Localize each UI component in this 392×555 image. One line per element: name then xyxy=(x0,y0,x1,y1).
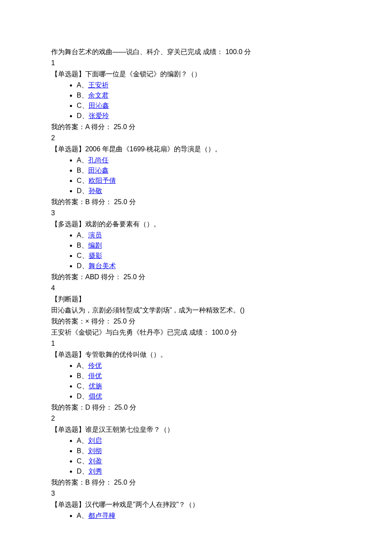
option-item: C、刘盈 xyxy=(77,456,341,466)
option-item: C、优旃 xyxy=(77,381,341,391)
points-label: 得分： xyxy=(101,273,121,280)
option-letter: A、 xyxy=(77,231,88,239)
answer-line: 我的答案：D 得分： 25.0 分 xyxy=(51,402,341,413)
option-letter: D、 xyxy=(77,112,89,119)
section-header: 王安祈《金锁记》与白先勇《牡丹亭》已完成 成绩： 100.0 分 xyxy=(51,327,341,338)
my-answer-value: ABD xyxy=(85,273,99,280)
option-link[interactable]: 舞台美术 xyxy=(89,262,116,269)
option-letter: D、 xyxy=(77,187,89,194)
option-item: C、田沁鑫 xyxy=(77,101,341,111)
option-link[interactable]: 王安祈 xyxy=(88,81,109,89)
question-number: 3 xyxy=(51,208,341,218)
option-link[interactable]: 倡优 xyxy=(89,393,102,400)
option-list: A、孔尚任B、田沁鑫C、欧阳予倩D、孙敬 xyxy=(51,155,341,196)
score-label: 成绩： xyxy=(203,48,223,55)
option-item: D、刘秀 xyxy=(77,466,341,477)
answer-line: 我的答案：A 得分： 25.0 分 xyxy=(51,122,341,132)
points-unit: 分 xyxy=(129,318,135,325)
option-link[interactable]: 摄影 xyxy=(89,252,102,259)
option-letter: D、 xyxy=(77,262,89,269)
question-stem: 汉代哪一种戏是"两个人在摔跤"？（） xyxy=(85,501,199,508)
option-letter: C、 xyxy=(77,252,89,259)
my-answer-value: × xyxy=(85,318,89,325)
option-letter: A、 xyxy=(77,156,88,164)
option-link[interactable]: 刘彻 xyxy=(88,447,102,454)
my-answer-label: 我的答案： xyxy=(51,123,85,130)
option-link[interactable]: 刘盈 xyxy=(89,457,102,465)
question-stem: 戏剧的必备要素有（）。 xyxy=(85,220,160,228)
section-header: 作为舞台艺术的戏曲——说白、科介、穿关已完成 成绩： 100.0 分 xyxy=(51,47,341,57)
option-letter: C、 xyxy=(77,457,89,465)
option-letter: B、 xyxy=(77,372,88,379)
option-letter: B、 xyxy=(77,447,88,454)
option-link[interactable]: 伶优 xyxy=(88,362,102,369)
answer-line: 我的答案：B 得分： 25.0 分 xyxy=(51,197,341,207)
score-unit: 分 xyxy=(244,48,251,55)
option-link[interactable]: 欧阳予倩 xyxy=(89,177,116,184)
option-item: D、孙敬 xyxy=(77,186,341,196)
option-link[interactable]: 演员 xyxy=(88,231,102,239)
points-value: 25.0 xyxy=(113,318,127,325)
question-stem: 下面哪一位是《金锁记》的编剧？（） xyxy=(85,70,201,78)
option-link[interactable]: 张爱玲 xyxy=(89,112,109,119)
score-label: 成绩： xyxy=(189,329,210,336)
question-stem-line: 【单选题】2006 年昆曲《1699·桃花扇》的导演是（）。 xyxy=(51,144,341,154)
my-answer-label: 我的答案： xyxy=(51,318,85,325)
points-unit: 分 xyxy=(138,273,145,280)
my-answer-value: A xyxy=(85,123,89,130)
points-value: 25.0 xyxy=(114,404,127,411)
answer-line: 我的答案：ABD 得分： 25.0 分 xyxy=(51,272,341,282)
my-answer-value: D xyxy=(85,404,90,411)
option-letter: A、 xyxy=(77,437,88,444)
question-number: 2 xyxy=(51,133,341,143)
option-letter: C、 xyxy=(77,177,89,184)
option-link[interactable]: 优旃 xyxy=(89,382,102,390)
option-item: A、演员 xyxy=(77,230,341,240)
points-label: 得分： xyxy=(92,479,112,486)
option-item: A、都卢寻橦 xyxy=(77,511,341,521)
option-link[interactable]: 田沁鑫 xyxy=(89,102,109,109)
my-answer-label: 我的答案： xyxy=(51,479,85,486)
option-link[interactable]: 田沁鑫 xyxy=(88,167,109,174)
option-item: A、伶优 xyxy=(77,361,341,371)
option-letter: B、 xyxy=(77,92,88,99)
option-link[interactable]: 孙敬 xyxy=(89,187,102,194)
option-letter: A、 xyxy=(77,512,88,519)
option-link[interactable]: 俳优 xyxy=(88,372,102,379)
points-label: 得分： xyxy=(91,123,112,130)
question-tag: 【单选题】 xyxy=(51,145,85,153)
option-link[interactable]: 刘秀 xyxy=(89,468,102,475)
question-stem-line: 【单选题】下面哪一位是《金锁记》的编剧？（） xyxy=(51,69,341,79)
answer-line: 我的答案：× 得分： 25.0 分 xyxy=(51,316,341,327)
option-link[interactable]: 都卢寻橦 xyxy=(88,512,115,519)
option-item: B、田沁鑫 xyxy=(77,165,341,176)
option-item: A、孔尚任 xyxy=(77,155,341,165)
option-link[interactable]: 刘启 xyxy=(88,437,102,444)
points-unit: 分 xyxy=(129,123,135,130)
question-tag: 【多选题】 xyxy=(51,220,85,228)
option-item: C、摄影 xyxy=(77,251,341,261)
section-score: 100.0 xyxy=(212,329,229,336)
my-answer-label: 我的答案： xyxy=(51,198,85,205)
option-link[interactable]: 余文君 xyxy=(88,92,109,99)
points-label: 得分： xyxy=(91,318,112,325)
question-tag: 【单选题】 xyxy=(51,426,85,433)
points-label: 得分： xyxy=(92,404,112,411)
points-unit: 分 xyxy=(129,198,136,205)
option-list: A、刘启B、刘彻C、刘盈D、刘秀 xyxy=(51,436,341,477)
score-unit: 分 xyxy=(231,329,237,336)
my-answer-label: 我的答案： xyxy=(51,273,85,280)
option-item: D、张爱玲 xyxy=(77,111,341,121)
option-letter: D、 xyxy=(77,393,89,400)
my-answer-value: B xyxy=(85,479,90,486)
section-title: 王安祈《金锁记》与白先勇《牡丹亭》 xyxy=(51,329,167,336)
option-link[interactable]: 孔尚任 xyxy=(88,156,109,164)
option-link[interactable]: 编剧 xyxy=(88,242,102,249)
section-score: 100.0 xyxy=(225,48,242,55)
option-letter: C、 xyxy=(77,102,89,109)
section-title: 作为舞台艺术的戏曲——说白、科介、穿关 xyxy=(51,48,181,55)
option-letter: A、 xyxy=(77,81,88,89)
question-number: 3 xyxy=(51,489,341,499)
question-stem-line: 【单选题】汉代哪一种戏是"两个人在摔跤"？（） xyxy=(51,500,341,510)
option-list: A、王安祈B、余文君C、田沁鑫D、张爱玲 xyxy=(51,80,341,121)
